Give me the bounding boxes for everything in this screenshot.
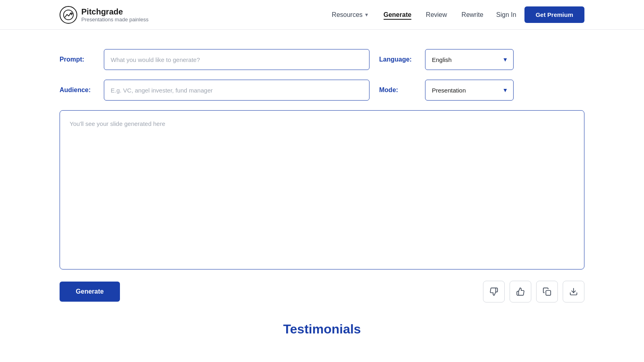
mode-group: Mode: Presentation Document Summary ▼ [379, 80, 514, 101]
copy-button[interactable] [536, 281, 558, 302]
prompt-row: Prompt: Language: English Spanish French… [60, 49, 584, 70]
svg-point-0 [64, 10, 73, 19]
brand-tagline: Presentations made painless [81, 16, 149, 23]
language-group: Language: English Spanish French German … [379, 49, 514, 70]
nav-item-generate[interactable]: Generate [384, 11, 411, 20]
logo-icon [60, 6, 77, 24]
nav-links: Resources ▼ Generate Review Rewrite [332, 11, 483, 19]
nav-item-review[interactable]: Review [426, 11, 447, 18]
signin-link[interactable]: Sign In [496, 11, 516, 19]
main-content: Prompt: Language: English Spanish French… [0, 30, 644, 361]
testimonials-heading: Testimonials [60, 322, 584, 337]
audience-input[interactable] [104, 80, 369, 101]
navbar: Pitchgrade Presentations made painless R… [0, 0, 644, 30]
output-area: You'll see your slide generated here [60, 110, 584, 269]
prompt-label: Prompt: [60, 56, 104, 63]
mode-label: Mode: [379, 86, 415, 94]
mode-select-wrapper: Presentation Document Summary ▼ [425, 80, 514, 101]
action-icons [483, 281, 584, 302]
audience-row: Audience: Mode: Presentation Document Su… [60, 80, 584, 101]
nav-item-resources[interactable]: Resources ▼ [332, 11, 369, 19]
get-premium-button[interactable]: Get Premium [524, 6, 584, 23]
chevron-down-icon: ▼ [364, 12, 369, 18]
download-button[interactable] [563, 281, 584, 302]
mode-select[interactable]: Presentation Document Summary [425, 80, 514, 101]
logo-area: Pitchgrade Presentations made painless [60, 6, 149, 24]
output-placeholder: You'll see your slide generated here [70, 120, 165, 127]
audience-label: Audience: [60, 86, 104, 94]
language-label: Language: [379, 56, 415, 63]
language-select[interactable]: English Spanish French German Chinese [425, 49, 514, 70]
brand-name: Pitchgrade [81, 7, 149, 16]
thumbs-up-button[interactable] [510, 281, 531, 302]
language-select-wrapper: English Spanish French German Chinese ▼ [425, 49, 514, 70]
bottom-row: Generate [60, 281, 584, 302]
generate-button[interactable]: Generate [60, 282, 120, 302]
logo-text: Pitchgrade Presentations made painless [81, 7, 149, 23]
nav-item-rewrite[interactable]: Rewrite [462, 11, 483, 18]
thumbs-down-button[interactable] [483, 281, 505, 302]
svg-rect-3 [546, 290, 551, 295]
prompt-input[interactable] [104, 49, 369, 70]
